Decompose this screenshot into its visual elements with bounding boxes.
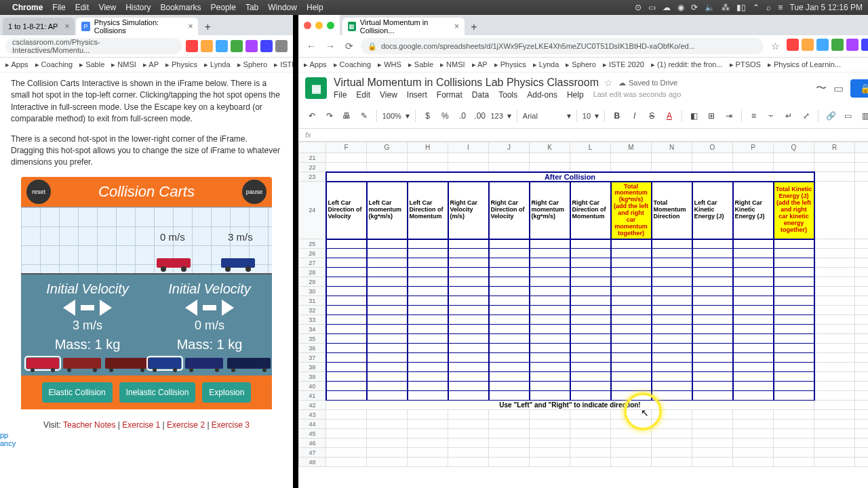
star-icon[interactable]: ☆ (768, 39, 783, 54)
bookmark[interactable]: ▸ Physics (494, 60, 526, 69)
sheets-menu-item[interactable]: Help (567, 90, 584, 100)
status-icon[interactable]: ▭ (648, 3, 656, 12)
ext-icon[interactable] (216, 40, 228, 52)
reset-button[interactable]: reset (26, 180, 51, 204)
ext-icon[interactable] (861, 39, 868, 51)
bookmark[interactable]: ▸ Apps (5, 60, 28, 69)
arrow-left-icon[interactable] (63, 300, 75, 316)
rotate-icon[interactable]: ⤢ (800, 109, 813, 123)
search-icon[interactable]: ⌕ (766, 3, 771, 12)
sheets-menu-item[interactable]: Insert (407, 90, 427, 100)
menu-view[interactable]: View (98, 3, 116, 12)
clock[interactable]: Tue Jan 5 12:16 PM (789, 3, 863, 12)
menu-people[interactable]: People (211, 3, 236, 12)
status-icon[interactable]: ◉ (677, 3, 684, 12)
arrow-left-icon[interactable] (185, 300, 197, 316)
fontsize-select[interactable]: 10 (583, 112, 591, 120)
percent-icon[interactable]: % (438, 109, 452, 123)
back-button[interactable]: ← (304, 39, 319, 54)
minimize-window[interactable] (315, 22, 323, 29)
ext-icon[interactable] (802, 39, 814, 51)
blue-cart[interactable] (221, 258, 255, 268)
spreadsheet-grid[interactable]: FGHIJKLMNOPQRS212223After Collision24Lef… (298, 142, 868, 488)
cart-select[interactable] (185, 358, 223, 369)
bookmark[interactable]: ▸ PTSOS (730, 60, 761, 69)
side-link[interactable]: pp (0, 431, 16, 439)
bookmark[interactable]: ▸ Sable (408, 60, 433, 69)
fill-icon[interactable]: ◧ (688, 109, 701, 123)
tab[interactable]: 1 to 1-8-21: AP× (3, 18, 75, 35)
status-icon[interactable]: ⊙ (635, 3, 642, 12)
status-icon[interactable]: ⟳ (691, 3, 698, 12)
comments-icon[interactable]: ▭ (833, 82, 844, 95)
bookmark[interactable]: ▸ Physics (165, 60, 197, 69)
bold-icon[interactable]: B (610, 109, 624, 123)
bookmark[interactable]: ▸ Physics of Learnin... (768, 60, 841, 69)
inelastic-button[interactable]: Inelastic Collision (119, 382, 196, 403)
arrow-right-icon[interactable] (100, 300, 112, 316)
tab-active[interactable]: ▦Virtual Momentum in Collision...× (342, 18, 465, 35)
link-icon[interactable]: 🔗 (824, 109, 837, 123)
bookmark[interactable]: ▸ ISTE 2020 (274, 60, 293, 69)
ext-icon[interactable] (816, 39, 829, 51)
arrow-right-icon[interactable] (222, 300, 234, 316)
side-link[interactable]: ancy (0, 439, 16, 447)
bookmark[interactable]: ▸ Sable (79, 60, 104, 69)
sheets-menu-item[interactable]: Data (472, 90, 489, 100)
bookmark[interactable]: ▸ (1) reddit: the fron... (651, 60, 723, 69)
ext-icon[interactable] (231, 40, 243, 52)
bookmark[interactable]: ▸ Lynda (204, 60, 231, 69)
cart-select[interactable] (149, 358, 181, 369)
ext-icon[interactable] (245, 40, 258, 52)
undo-icon[interactable]: ↶ (305, 109, 319, 123)
ext-icon[interactable] (831, 39, 844, 51)
link[interactable]: Teacher Notes (63, 420, 115, 430)
sheets-menu-item[interactable]: Add-ons (527, 90, 557, 100)
status-icon[interactable]: ☁ (663, 3, 671, 12)
close-window[interactable] (304, 22, 311, 29)
chart-icon[interactable]: ▥ (859, 109, 868, 123)
dec-dec-icon[interactable]: .0 (456, 109, 469, 123)
bookmark[interactable]: ▸ Lynda (533, 60, 559, 69)
close-icon[interactable]: × (454, 22, 459, 31)
link[interactable]: Exercise 2 (167, 420, 205, 430)
strike-icon[interactable]: S (645, 109, 658, 123)
link[interactable]: Exercise 3 (212, 420, 250, 430)
sheets-menu-item[interactable]: File (334, 90, 347, 100)
inc-dec-icon[interactable]: .00 (473, 109, 487, 123)
sheets-menu-item[interactable]: Edit (356, 90, 370, 100)
valign-icon[interactable]: ⫟ (764, 109, 778, 123)
volume-icon[interactable]: 🔈 (705, 3, 715, 12)
reload-button[interactable]: ⟳ (342, 39, 357, 54)
url-input[interactable]: csclassroom.com/Physics-Interactives/Mom… (5, 38, 182, 54)
bookmark[interactable]: ▸ Coaching (334, 60, 372, 69)
bookmark[interactable]: ▸ AP (143, 60, 159, 69)
menu-tab[interactable]: Tab (245, 3, 258, 12)
ext-icon[interactable] (846, 39, 859, 51)
wifi-icon[interactable]: ⌃ (753, 3, 760, 12)
menu-edit[interactable]: Edit (75, 3, 90, 12)
tab-active[interactable]: PPhysics Simulation: Collisions× (76, 18, 198, 35)
star-icon[interactable]: ☆ (604, 77, 613, 88)
merge-icon[interactable]: ⇥ (722, 109, 736, 123)
bookmark[interactable]: ▸ NMSI (440, 60, 465, 69)
menu-file[interactable]: File (52, 3, 65, 12)
ext-icon[interactable] (186, 40, 198, 52)
close-icon[interactable]: × (64, 22, 69, 31)
sheets-logo-icon[interactable]: ▦ (305, 77, 327, 99)
cart-select[interactable] (63, 358, 101, 369)
red-cart[interactable] (157, 258, 191, 268)
maximize-window[interactable] (327, 22, 334, 29)
menu-window[interactable]: Window (268, 3, 297, 12)
halign-icon[interactable]: ≡ (747, 109, 761, 123)
battery-icon[interactable]: ▮▯ (736, 3, 746, 12)
menu-help[interactable]: Help (307, 3, 323, 12)
wrap-icon[interactable]: ↵ (782, 109, 795, 123)
ext-icon[interactable] (275, 40, 288, 52)
bookmark[interactable]: ▸ WHS (378, 60, 401, 69)
paint-icon[interactable]: ✎ (357, 109, 371, 123)
pause-button[interactable]: pause (242, 180, 267, 204)
sheets-menu-item[interactable]: View (380, 90, 397, 100)
formula-bar[interactable]: fx (298, 129, 868, 142)
explosion-button[interactable]: Explosion (202, 382, 251, 403)
